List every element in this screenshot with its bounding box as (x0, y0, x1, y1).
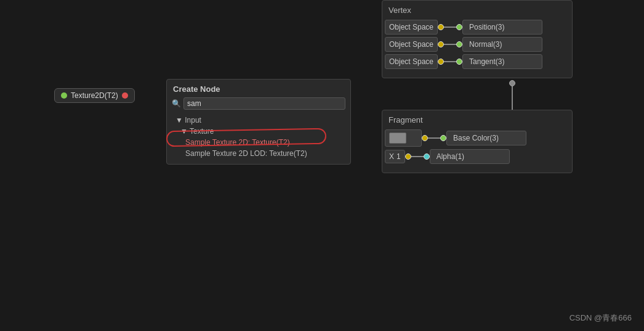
vert-connector-dot-top (509, 80, 515, 86)
object-space-label-1: Object Space (389, 23, 433, 31)
vertex-input-dot-position (456, 24, 462, 30)
fragment-right-label-base-color: Base Color(3) (446, 131, 526, 145)
connector-line-position (444, 27, 456, 28)
texture2d-node[interactable]: Texture2D(T2) (54, 88, 135, 103)
vertex-right-label-position: Position(3) (462, 20, 542, 35)
tree-input-category[interactable]: ▼ Input (167, 115, 350, 126)
color-swatch[interactable] (389, 133, 406, 144)
vertex-label-position: Object Space (385, 20, 438, 35)
fragment-row-alpha: X 1 Alpha(1) (382, 149, 572, 164)
vertex-label-normal: Object Space (385, 37, 438, 52)
fragment-input-dot-alpha (424, 153, 430, 160)
vertex-dot-tangent (438, 59, 444, 65)
node-input-dot (61, 92, 67, 99)
fragment-box: Fragment Base Color(3) X 1 Alpha(1) (382, 110, 573, 173)
tree-item-sample-texture-2d-lod[interactable]: Sample Texture 2D LOD: Texture(T2) (167, 148, 350, 159)
fragment-color-swatch-wrap (385, 129, 422, 147)
alpha-x-label: X (389, 152, 394, 161)
vertex-row-tangent: Object Space Tangent(3) (382, 54, 572, 69)
object-space-label-3: Object Space (389, 57, 433, 66)
tree-item-sample-texture-2d[interactable]: Sample Texture 2D: Texture(T2) (167, 137, 350, 148)
vertex-box: Vertex Object Space Position(3) Object S… (382, 0, 573, 78)
object-space-label-2: Object Space (389, 40, 433, 49)
connector-line-tangent (444, 61, 456, 62)
tree-texture-category[interactable]: ▼ Texture (167, 126, 350, 137)
vertex-label-tangent: Object Space (385, 54, 438, 69)
vertex-title: Vertex (382, 6, 572, 20)
texture-node-label: Texture2D(T2) (71, 91, 118, 100)
fragment-dot-base-color (422, 135, 428, 141)
watermark: CSDN @青春666 (570, 313, 632, 324)
connector-line-normal (444, 44, 456, 45)
node-output-dot (122, 92, 128, 99)
vert-connector-line (512, 86, 513, 111)
alpha-x-value: 1 (396, 152, 401, 161)
vertex-input-dot-tangent (456, 59, 462, 65)
fragment-row-base-color: Base Color(3) (382, 129, 572, 147)
search-bar: 🔍 (167, 97, 350, 113)
search-icon: 🔍 (172, 99, 181, 108)
vertex-dot-normal (438, 41, 444, 47)
vertex-dot-position (438, 24, 444, 30)
tree-section: ▼ Input ▼ Texture Sample Texture 2D: Tex… (167, 113, 350, 164)
panel-title: Create Node (167, 80, 350, 97)
search-input[interactable] (183, 97, 345, 110)
fragment-input-dot-base-color (440, 135, 446, 141)
fragment-alpha-input-wrap: X 1 (385, 150, 405, 163)
fragment-right-label-alpha: Alpha(1) (430, 149, 510, 164)
fragment-title: Fragment (382, 115, 572, 129)
vertex-right-label-normal: Normal(3) (462, 37, 542, 52)
vertex-row-normal: Object Space Normal(3) (382, 37, 572, 52)
create-node-panel: Create Node 🔍 ▼ Input ▼ Texture Sample T… (166, 79, 351, 165)
vertex-input-dot-normal (456, 41, 462, 47)
vertex-row-position: Object Space Position(3) (382, 20, 572, 35)
connector-line-base-color (428, 137, 440, 139)
fragment-dot-alpha (405, 153, 411, 160)
vertex-right-label-tangent: Tangent(3) (462, 54, 542, 69)
connector-line-alpha (411, 156, 424, 157)
